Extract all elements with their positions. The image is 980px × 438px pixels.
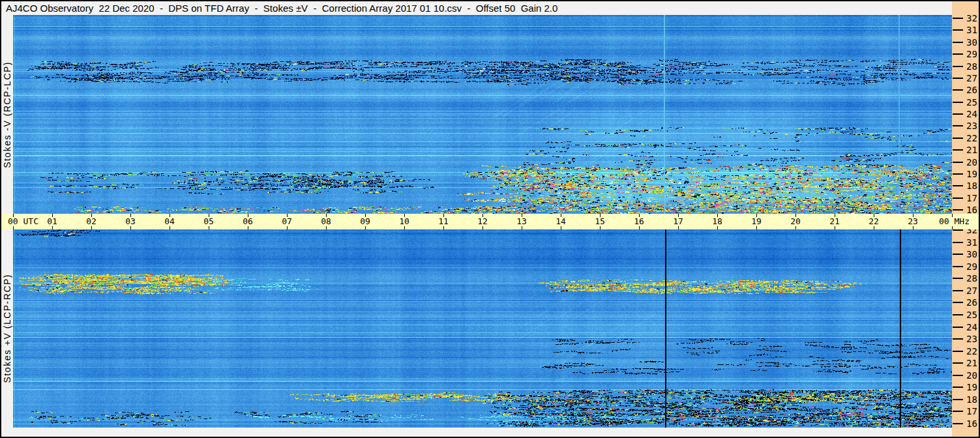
time-tick-label: 08 xyxy=(312,216,340,226)
time-tick xyxy=(913,226,913,229)
freq-tick xyxy=(953,149,963,151)
freq-tick-label: 22 xyxy=(966,134,978,143)
freq-tick xyxy=(953,197,963,199)
time-tick-label: 00 UTC xyxy=(8,216,38,226)
freq-tick-label: 24 xyxy=(966,323,978,332)
freq-tick xyxy=(953,302,963,303)
time-tick-label: 19 xyxy=(742,216,771,226)
freq-tick xyxy=(953,278,963,279)
time-tick-label: 17 xyxy=(664,216,692,226)
title-bar: AJ4CO Observatory 22 Dec 2020 - DPS on T… xyxy=(1,1,952,15)
bottom-margin xyxy=(1,428,952,437)
freq-tick xyxy=(953,423,963,424)
freq-tick xyxy=(953,42,963,43)
time-tick-label: 02 xyxy=(77,216,106,226)
time-tick-label: 09 xyxy=(351,216,379,226)
time-tick xyxy=(248,226,248,229)
freq-tick-label: 20 xyxy=(966,371,978,380)
time-tick xyxy=(795,226,796,229)
freq-tick-label: 21 xyxy=(966,145,978,154)
freq-tick-label: 29 xyxy=(966,262,978,271)
spectrogram-window: AJ4CO Observatory 22 Dec 2020 - DPS on T… xyxy=(0,0,980,438)
freq-tick xyxy=(953,387,963,388)
freq-tick-label: 17 xyxy=(966,407,978,416)
time-tick xyxy=(209,226,209,229)
freq-tick xyxy=(953,362,963,364)
freq-tick-label: 27 xyxy=(966,74,978,83)
time-tick-label: 11 xyxy=(429,216,458,226)
freq-tick-label: 20 xyxy=(966,158,978,167)
time-tick-label: 21 xyxy=(820,216,849,226)
time-tick-label: 13 xyxy=(507,216,536,226)
freq-tick xyxy=(953,138,963,139)
time-tick-label: 14 xyxy=(546,216,575,226)
spectrogram-stokes-neg-v xyxy=(13,15,952,214)
freq-tick xyxy=(953,185,963,186)
freq-tick xyxy=(953,66,963,67)
time-tick-label: 20 xyxy=(781,216,810,226)
freq-tick-label: 22 xyxy=(966,347,978,356)
freq-tick-label: 26 xyxy=(966,298,978,307)
freq-tick xyxy=(953,242,963,243)
freq-tick xyxy=(953,229,963,231)
panel-label-stokes-neg-v: Stokes -V (RCP-LCP) xyxy=(1,15,13,214)
time-tick xyxy=(835,226,835,229)
time-tick-label: 16 xyxy=(625,216,653,226)
freq-tick xyxy=(953,102,963,103)
freq-tick xyxy=(953,89,963,91)
freq-tick xyxy=(953,254,963,255)
freq-tick-label: 16 xyxy=(966,419,978,428)
freq-tick xyxy=(953,338,963,340)
freq-tick-label: 24 xyxy=(966,110,978,119)
freq-tick xyxy=(953,266,963,267)
freq-tick xyxy=(953,29,963,31)
freq-tick xyxy=(953,375,963,376)
time-tick-label: 07 xyxy=(273,216,301,226)
time-axis: 00 UTC0102030405060708091011121314151617… xyxy=(1,214,979,229)
time-tick xyxy=(756,226,757,229)
freq-tick-label: 16 xyxy=(966,205,978,214)
freq-tick-label: 19 xyxy=(966,169,978,179)
time-tick-label: 01 xyxy=(38,216,67,226)
time-tick-label: 18 xyxy=(703,216,732,226)
page-title: AJ4CO Observatory 22 Dec 2020 - DPS on T… xyxy=(1,1,557,15)
spectrogram-stokes-pos-v xyxy=(13,229,952,428)
freq-tick xyxy=(953,162,963,163)
freq-tick xyxy=(953,399,963,400)
time-tick-label: 05 xyxy=(194,216,223,226)
freq-tick xyxy=(953,173,963,175)
freq-tick xyxy=(953,125,963,126)
time-tick xyxy=(561,226,561,229)
freq-tick xyxy=(953,53,963,55)
freq-tick-label: 19 xyxy=(966,383,978,392)
freq-tick-label: 18 xyxy=(966,181,978,190)
time-tick-label: 22 xyxy=(859,216,888,226)
freq-tick-label: 25 xyxy=(966,310,978,319)
time-tick xyxy=(404,226,405,229)
freq-tick xyxy=(953,113,963,115)
freq-tick-label: 23 xyxy=(966,121,978,130)
time-tick-label: 03 xyxy=(116,216,145,226)
freq-tick xyxy=(953,78,963,79)
freq-tick-label: 31 xyxy=(966,25,978,35)
time-tick xyxy=(52,226,53,229)
freq-tick-label: 25 xyxy=(966,98,978,107)
freq-tick xyxy=(953,411,963,412)
time-tick xyxy=(874,226,874,229)
freq-tick-label: 31 xyxy=(966,238,978,247)
time-tick-label: 06 xyxy=(233,216,262,226)
freq-tick-label: 28 xyxy=(966,62,978,71)
time-tick xyxy=(326,226,327,229)
time-tick xyxy=(365,226,366,229)
time-tick xyxy=(170,226,170,229)
time-tick-label: 15 xyxy=(586,216,614,226)
freq-tick-label: 23 xyxy=(966,334,978,343)
freq-tick-label: 21 xyxy=(966,358,978,368)
freq-tick xyxy=(953,327,963,328)
time-tick-label: 10 xyxy=(390,216,419,226)
time-tick xyxy=(91,226,92,229)
time-tick xyxy=(287,226,288,229)
time-tick-label: 12 xyxy=(468,216,497,226)
freq-tick xyxy=(953,18,963,19)
time-tick xyxy=(639,226,640,229)
